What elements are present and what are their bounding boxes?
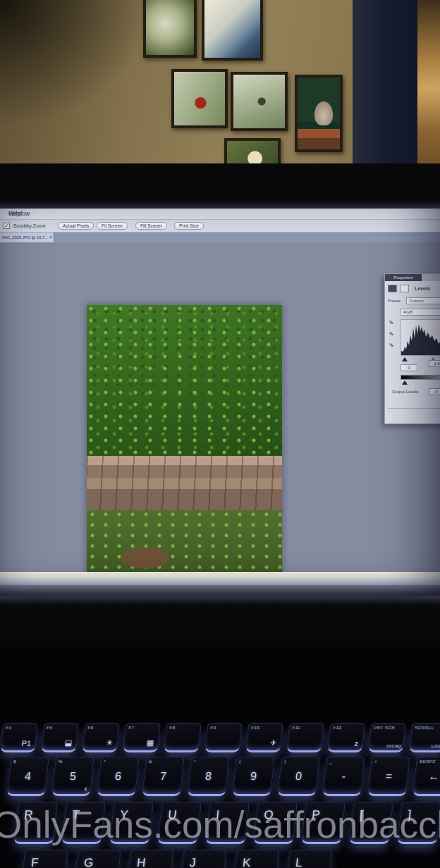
key-main-label: 6 <box>114 770 122 783</box>
key-main-label: 5 <box>69 770 77 783</box>
key-main-label: - <box>341 770 346 783</box>
key-l: L <box>285 850 333 868</box>
gamma-input-field[interactable]: 1.00 <box>429 360 440 367</box>
document-tab[interactable]: IMG_2529.JPG @ 16.7...× <box>0 232 54 242</box>
key-fn-label: F8 <box>169 726 176 730</box>
key-5: %5€ <box>51 757 94 796</box>
key-shift-label: BKSPC <box>420 760 436 764</box>
panel-tab-strip <box>422 274 440 281</box>
key-f11: F11 <box>286 723 324 752</box>
bird-painting-chickadee <box>231 72 288 131</box>
eyedropper-white-icon[interactable]: ✐ <box>389 342 395 347</box>
corner-shadow <box>0 0 155 127</box>
key-fn-glyph: z <box>354 739 359 748</box>
key-shift-label: ^ <box>104 760 106 764</box>
key-fn-glyph: ⬓ <box>64 738 73 748</box>
key-shift-label: & <box>149 760 152 764</box>
key-6: ^6 <box>97 757 140 796</box>
key-shift-label: + <box>374 760 378 764</box>
laptop-screen: WindowHelp ✓ Scrubby Zoom Actual PixelsF… <box>0 209 440 595</box>
key-f7: F7▦ <box>123 723 161 752</box>
button-fit-screen[interactable]: Fit Screen <box>97 222 128 230</box>
key-letter-label: L <box>295 856 303 868</box>
key-g: G <box>73 850 121 868</box>
watermark-text: OnlyFans.com/saffronbacchus <box>0 803 440 846</box>
key-altgr-label: € <box>84 786 87 793</box>
windows-taskbar[interactable] <box>0 572 440 585</box>
key-f8: F8 <box>164 723 202 752</box>
mask-thumbnail-icon <box>400 285 409 292</box>
key-f6: F6☀ <box>82 723 120 752</box>
output-black-field[interactable]: 0 <box>429 388 440 395</box>
key-main-label: 0 <box>295 770 302 783</box>
button-actual-pixels[interactable]: Actual Pixels <box>58 222 94 230</box>
key-letter-label: F <box>30 856 39 868</box>
scrubby-zoom-label: Scrubby Zoom <box>13 223 46 228</box>
channel-value: RGB <box>403 309 412 316</box>
output-black-slider[interactable] <box>402 380 408 385</box>
document-tab-bar: IMG_2486.JPG @ 16.7...×IMG_2492.JPG @ 16… <box>0 232 440 242</box>
bird-painting-dove <box>295 75 343 152</box>
bird-painting-cardinal <box>171 69 228 128</box>
keyboard-row-function: F4P1F5⬓F6☀F7▦F8F9F10✈F11F12zPRT SCRSYS R… <box>0 723 440 752</box>
key-main-label: 9 <box>250 770 257 783</box>
key-k: K <box>232 850 280 868</box>
tab-close-icon[interactable]: × <box>49 235 52 240</box>
preset-value: Custom <box>409 298 424 304</box>
panel-header: Levels <box>388 285 440 294</box>
key-fn-label: F12 <box>333 726 341 730</box>
key-shift-label: ( <box>239 760 241 764</box>
key-letter-label: K <box>242 856 251 868</box>
key-main-label: ← <box>428 770 440 783</box>
eyedropper-column: ✐ ✐ ✐ <box>389 319 398 361</box>
key-fn-label: F7 <box>128 726 135 730</box>
keyboard-row-home: FGHJKL <box>0 850 440 868</box>
preset-select[interactable]: Custom ▾ <box>406 297 440 304</box>
key-fn-label: F11 <box>292 726 300 730</box>
key-shift-label: * <box>194 760 196 764</box>
channel-select[interactable]: RGB ▾ <box>401 309 440 316</box>
picnic-table <box>87 456 282 513</box>
button-fill-screen[interactable]: Fill Screen <box>135 222 167 230</box>
options-bar: ✓ Scrubby Zoom Actual PixelsFit ScreenFi… <box>0 220 440 232</box>
key-fn-label: F10 <box>251 726 259 730</box>
black-input-field[interactable]: 0 <box>401 364 417 371</box>
black-point-slider[interactable] <box>402 357 408 361</box>
key-letter-label: H <box>136 856 146 868</box>
key-f9: F9 <box>204 723 243 752</box>
key-fn-label: F5 <box>47 726 53 730</box>
hedge-background <box>87 305 282 456</box>
key-fn-glyph: ▦ <box>146 738 154 748</box>
dove-figure <box>314 101 333 125</box>
eyedropper-gray-icon[interactable]: ✐ <box>389 331 395 336</box>
key-letter-label: G <box>83 856 94 868</box>
output-row: Output Levels: 0 <box>392 388 440 396</box>
menu-item-help[interactable]: Help <box>8 210 20 217</box>
key-h: H <box>126 850 174 868</box>
input-fields: 0 1.00 <box>401 364 440 372</box>
eyedropper-black-icon[interactable]: ✐ <box>389 320 395 325</box>
panel-footer: ◧ ⟲ <box>388 408 440 418</box>
menu-bar: WindowHelp <box>0 209 440 220</box>
scrubby-zoom-checkbox[interactable]: ✓ <box>4 223 10 229</box>
key-j: J <box>179 850 227 868</box>
tab-properties[interactable]: Properties <box>385 274 422 281</box>
key-shift-label: _ <box>329 760 332 764</box>
output-gradient-bar <box>401 375 440 380</box>
key--: += <box>367 757 410 796</box>
key-8: *8 <box>187 757 230 796</box>
button-print-size[interactable]: Print Size <box>174 222 204 230</box>
key-fn-label: F4 <box>6 726 12 730</box>
output-sliders[interactable] <box>401 380 440 385</box>
key-scroll: SCROLLLOCK <box>409 723 440 752</box>
key-fn-label: PRT SCR <box>374 726 395 730</box>
key-shift-label: % <box>59 760 63 764</box>
key-fn-glyph: ✈ <box>269 738 277 748</box>
key-f: F <box>20 850 68 868</box>
key-fn-label: SCROLL <box>415 726 434 730</box>
key-0: )0 <box>277 757 320 796</box>
laptop-bottom-bezel: msi <box>0 595 440 647</box>
key-fn-label: F9 <box>210 726 216 730</box>
key--: BKSPC← <box>412 757 440 796</box>
key-f12: F12z <box>327 723 365 752</box>
